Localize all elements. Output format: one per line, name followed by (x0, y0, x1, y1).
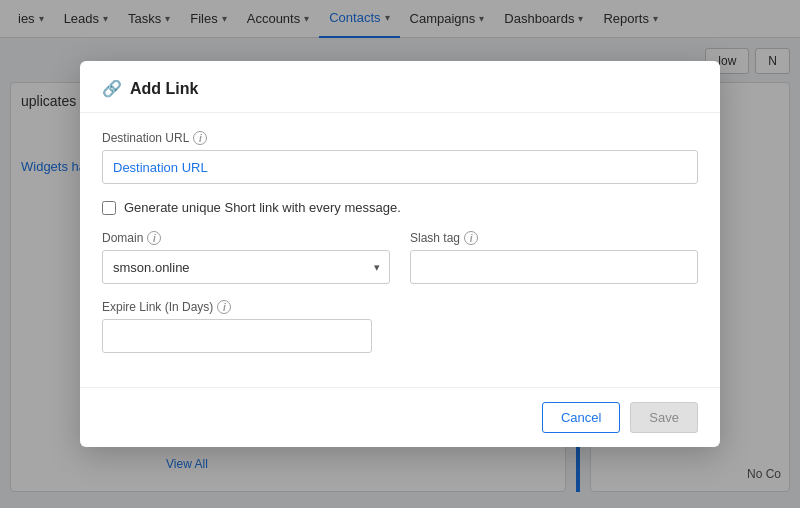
destination-url-info-icon[interactable]: i (193, 131, 207, 145)
expire-link-input[interactable] (102, 319, 372, 353)
domain-select-wrapper: smson.online ▾ (102, 250, 390, 284)
domain-select[interactable]: smson.online (102, 250, 390, 284)
modal-footer: Cancel Save (80, 387, 720, 447)
domain-col: Domain i smson.online ▾ (102, 231, 390, 284)
expire-link-info-icon[interactable]: i (217, 300, 231, 314)
modal-body: Destination URL i Generate unique Short … (80, 113, 720, 387)
modal-title: Add Link (130, 80, 198, 98)
save-button[interactable]: Save (630, 402, 698, 433)
unique-link-checkbox-row: Generate unique Short link with every me… (102, 200, 698, 215)
unique-link-label: Generate unique Short link with every me… (124, 200, 401, 215)
domain-slash-row: Domain i smson.online ▾ Slash tag i (102, 231, 698, 284)
slash-tag-label: Slash tag i (410, 231, 698, 245)
modal-header: 🔗 Add Link (80, 61, 720, 113)
modal-overlay: 🔗 Add Link Destination URL i Generate un… (0, 0, 800, 508)
expire-link-group: Expire Link (In Days) i (102, 300, 698, 353)
destination-url-group: Destination URL i (102, 131, 698, 184)
destination-url-label: Destination URL i (102, 131, 698, 145)
slash-tag-col: Slash tag i (410, 231, 698, 284)
add-link-modal: 🔗 Add Link Destination URL i Generate un… (80, 61, 720, 447)
link-icon: 🔗 (102, 79, 122, 98)
domain-info-icon[interactable]: i (147, 231, 161, 245)
expire-link-label: Expire Link (In Days) i (102, 300, 698, 314)
destination-url-input[interactable] (102, 150, 698, 184)
domain-label: Domain i (102, 231, 390, 245)
unique-link-checkbox[interactable] (102, 201, 116, 215)
slash-tag-input[interactable] (410, 250, 698, 284)
slash-tag-info-icon[interactable]: i (464, 231, 478, 245)
cancel-button[interactable]: Cancel (542, 402, 620, 433)
